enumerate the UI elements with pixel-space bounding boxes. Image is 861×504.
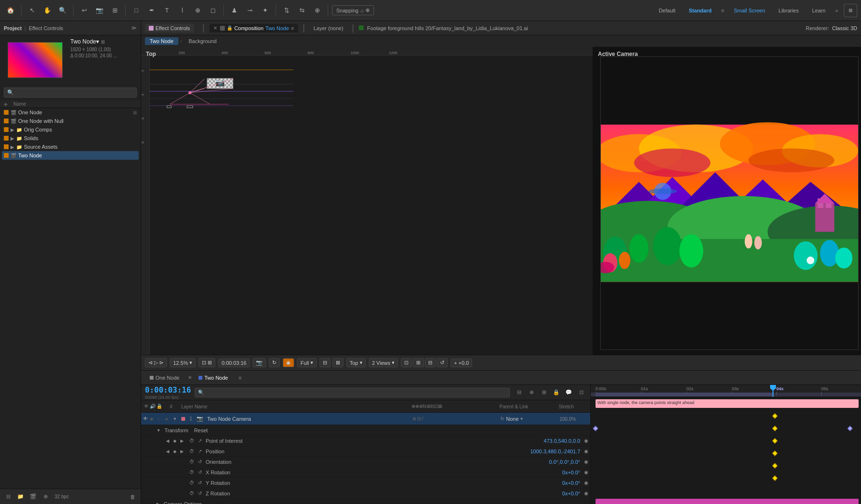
cam-switch-1[interactable]: ⊕ [412, 416, 416, 421]
cam-switch-3[interactable]: / [422, 416, 423, 421]
path-tool[interactable]: ⌇ [176, 4, 189, 17]
tl-icon-solo[interactable]: ⊕ [526, 387, 537, 398]
snapshot-btn[interactable]: 📷 [253, 358, 266, 367]
pen-tool[interactable]: ✒ [145, 4, 158, 17]
keyframe-pos-end[interactable] [847, 426, 852, 431]
orientation-value[interactable]: 0.0°,0.0°,0.0° [549, 459, 580, 465]
folder-item-two-node[interactable]: 🎬 Two Node [2, 151, 139, 160]
quality-dropdown[interactable]: ▾ [310, 360, 313, 366]
select-tool[interactable]: ↖ [25, 4, 39, 17]
xrot-value[interactable]: 0x+0.0° [562, 470, 580, 475]
views-dropdown[interactable]: ▾ [392, 360, 395, 366]
delete-icon[interactable]: 🗑 [127, 492, 138, 502]
connect-tool[interactable]: ⊕ [310, 4, 324, 17]
tl-icon-settings[interactable]: ⊟ [514, 387, 524, 398]
workspace-small-screen-btn[interactable]: Small Screen [730, 6, 769, 15]
interpret-icon[interactable]: ⊟ [3, 492, 13, 502]
folder-item-one-node[interactable]: 🎬 One Node ⊞ [2, 108, 139, 117]
close-timeline-icon[interactable]: ✕ [188, 375, 192, 380]
type-tool[interactable]: T [160, 4, 174, 17]
undo-tool[interactable]: ↩ [77, 4, 91, 17]
quality-control[interactable]: Full ▾ [297, 358, 317, 367]
stopwatch-xrot[interactable]: ⏱ [189, 470, 194, 475]
keyframe-zrot[interactable] [772, 475, 777, 481]
workspace-libraries-btn[interactable]: Libraries [775, 6, 803, 15]
yrot-value[interactable]: 0x+0.0° [562, 480, 580, 486]
stopwatch-zrot[interactable]: ⏱ [189, 491, 194, 496]
cam-switch-2[interactable]: ⊟ [417, 416, 421, 421]
keyframe-poi[interactable] [772, 413, 777, 418]
expand-icon-solids[interactable]: ▶ [11, 136, 14, 141]
prop-row-position[interactable]: ◀ ◆ ▶ ⏱ ↗ Position 1000.3,480.0,-2401.7 … [141, 446, 590, 457]
reset-label[interactable]: Reset [194, 427, 208, 433]
prop-row-orientation[interactable]: ◀ ◆ ▶ ⏱ ↺ Orientation 0.0°,0.0°,0.0° ◉ [141, 457, 590, 467]
expand-arrow-cam[interactable]: ▼ [173, 416, 179, 421]
folder-item-orig-comps[interactable]: ▶ 📁 Orig Comps [2, 125, 139, 134]
layout-icon3[interactable]: ⊟ [425, 358, 436, 367]
camera-tool[interactable]: 📷 [93, 4, 106, 17]
keyframe-nav-right-pos[interactable]: ▶ [180, 449, 184, 454]
fit-view-btn[interactable]: ⊡ ⊞ [199, 358, 215, 367]
timeline-tab-one-node[interactable]: One Node [145, 374, 184, 382]
refresh-btn[interactable]: ↻ [269, 358, 280, 367]
preview-icon[interactable]: ⊕ [40, 492, 51, 502]
layout-icon4[interactable]: ↺ [437, 358, 448, 367]
keyframe-add-pos[interactable]: ◆ [173, 449, 177, 454]
rect-tool[interactable]: □ [130, 4, 143, 17]
stopwatch-pos[interactable]: ⏱ [189, 449, 194, 454]
home-icon[interactable]: 🏠 [4, 4, 17, 17]
next-frame-icon[interactable]: ⊳ [159, 360, 164, 366]
keyframe-yrot[interactable] [772, 463, 777, 468]
expand-icon-source[interactable]: ▶ [11, 144, 14, 150]
prop-row-poi[interactable]: ◀ ◆ ▶ ⏱ ↗ Point of Interest 473.0,540.0,… [141, 436, 590, 446]
tl-icon-comment[interactable]: 💬 [563, 387, 574, 398]
view-select[interactable]: Top ▾ [346, 358, 366, 367]
keyframe-pos-mid[interactable] [772, 426, 777, 431]
stopwatch-orient[interactable]: ⏱ [189, 459, 194, 464]
snapping-button[interactable]: Snapping ⌂ ⊕ [332, 5, 374, 15]
effect-controls-panel-tab[interactable]: Effect Controls [145, 24, 194, 33]
effect-controls-title[interactable]: Effect Controls [29, 25, 63, 31]
grid-tool[interactable]: ⊞ [108, 4, 121, 17]
timeline-tab-two-node[interactable]: Two Node [194, 374, 233, 382]
clone-tool[interactable]: ⊕ [191, 4, 204, 17]
workspace-menu-icon[interactable]: ≡ [721, 8, 724, 13]
eraser-tool[interactable]: ◻ [206, 4, 220, 17]
layer-row-camera[interactable]: 👁 ◉ ○ ◈ ▼ 1 📷 Two Node Camera ⊕ ⊟ [141, 413, 590, 425]
timeline-timecode[interactable]: 0:00:03:16 [145, 385, 191, 394]
distrib-tool[interactable]: ⇆ [295, 4, 309, 17]
fullscreen-icon[interactable]: ⊠ [844, 4, 857, 17]
workspace-default-btn[interactable]: Default [655, 6, 679, 15]
views-select[interactable]: 2 Views ▾ [369, 358, 398, 367]
position-value[interactable]: 1000.3,480.0,-2401.7 [530, 449, 580, 454]
roto-tool[interactable]: ✦ [258, 4, 272, 17]
view-mode-btn[interactable]: ⊟ [320, 358, 331, 367]
view-mode-dropdown[interactable]: ▾ [360, 360, 363, 366]
project-search-input[interactable] [16, 90, 133, 96]
zoom-control[interactable]: 12.5% ▾ [170, 358, 196, 367]
tl-icon-render[interactable]: ⊡ [576, 387, 586, 398]
timecode-display[interactable]: 0:00:03:16 [218, 359, 250, 367]
folder-item-one-node-null[interactable]: 🎬 One Node with Null [2, 117, 139, 125]
keyframe-nav-right-poi[interactable]: ▶ [180, 438, 184, 443]
play-icon[interactable]: ▷ [154, 360, 158, 366]
comp-tab-settings-icon[interactable]: ≡ [291, 25, 294, 31]
timeline-search-input[interactable] [206, 390, 507, 395]
hand-tool[interactable]: ✋ [41, 4, 54, 17]
audio-icon[interactable]: ◉ [150, 416, 155, 421]
pin-tool[interactable]: ⊸ [243, 4, 256, 17]
color-icon[interactable]: ◉ [283, 358, 294, 367]
timeline-menu-icon[interactable]: ≡ [239, 375, 242, 381]
layout-icon1[interactable]: ⊡ [401, 358, 412, 367]
keyframe-add-poi[interactable]: ◆ [173, 438, 177, 443]
composition-tab[interactable]: ✕ 🔒 Composition Two Node ≡ [210, 24, 298, 33]
layout-icon2[interactable]: ⊞ [413, 358, 424, 367]
prop-row-zrot[interactable]: ◀ ◆ ▶ ⏱ ↺ Z Rotation 0x+0.0° ◉ [141, 488, 590, 499]
tl-icon-shy[interactable]: ⊞ [539, 387, 549, 398]
workspace-standard-btn[interactable]: Standard [685, 6, 716, 15]
expand-icon-orig[interactable]: ▶ [11, 127, 14, 132]
cam-parent-dropdown[interactable]: ▾ [520, 416, 523, 421]
transform-section-row[interactable]: ▼ Transform Reset [141, 425, 590, 436]
workspace-more-icon[interactable]: » [835, 8, 838, 13]
prev-frame-icon[interactable]: ⊲ [148, 360, 153, 366]
